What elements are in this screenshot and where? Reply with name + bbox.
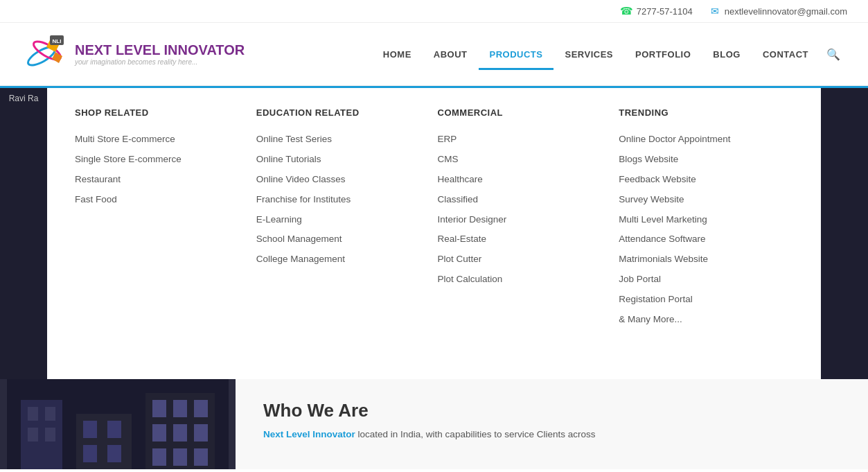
svg-rect-19 [173, 400, 187, 417]
logo-tagline: your imagination becomes reality here... [75, 58, 245, 66]
logo-title: NEXT LEVEL INNOVATOR [75, 42, 245, 58]
who-we-are-heading: Who We Are [263, 400, 840, 421]
shop-related-title: SHOP RELATED [75, 107, 249, 122]
svg-rect-16 [107, 445, 121, 462]
shop-related-items: Multi Store E-commerce Single Store E-co… [75, 133, 249, 207]
email-address: nextlevelinnovator@gmail.com [725, 6, 847, 17]
education-related-title: EDUCATION RELATED [256, 107, 431, 122]
svg-rect-9 [45, 407, 55, 421]
nav-blog[interactable]: BLOG [702, 41, 752, 68]
who-we-are-description: Next Level Innovator located in India, w… [263, 427, 840, 442]
svg-rect-24 [152, 448, 166, 466]
menu-multi-level-marketing[interactable]: Multi Level Marketing [619, 213, 793, 227]
menu-registration-portal[interactable]: Registation Portal [619, 293, 793, 306]
trending-title: TRENDING [619, 107, 793, 122]
menu-blogs-website[interactable]: Blogs Website [619, 153, 793, 166]
svg-rect-18 [152, 400, 166, 417]
dropdown-content: SHOP RELATED Multi Store E-commerce Sing… [47, 88, 821, 379]
menu-job-portal[interactable]: Job Portal [619, 273, 793, 286]
logo-graphic: NLI [21, 30, 69, 78]
who-we-are-section: Who We Are Next Level Innovator located … [236, 379, 868, 469]
logo-text-area: NEXT LEVEL INNOVATOR your imagination be… [75, 42, 245, 66]
email-icon: ✉ [709, 6, 720, 17]
phone-number: 7277-57-1104 [637, 6, 693, 17]
svg-rect-25 [173, 448, 187, 466]
menu-franchise[interactable]: Franchise for Institutes [256, 193, 431, 207]
svg-rect-14 [107, 421, 121, 438]
menu-interior-designer[interactable]: Interior Designer [438, 213, 612, 227]
logo[interactable]: NLI NEXT LEVEL INNOVATOR your imaginatio… [21, 30, 245, 78]
menu-plot-calculation[interactable]: Plot Calculation [438, 273, 612, 286]
menu-real-estate[interactable]: Real-Estate [438, 233, 612, 246]
bottom-left-image [0, 379, 236, 469]
menu-fast-food[interactable]: Fast Food [75, 193, 249, 207]
svg-rect-15 [83, 445, 97, 462]
commercial-section: COMMERCIAL ERP CMS Healthcare Classified… [438, 107, 612, 326]
phone-contact[interactable]: ☎ 7277-57-1104 [621, 6, 693, 17]
sidebar-left-text: Ravi Ra [3, 88, 44, 109]
email-contact[interactable]: ✉ nextlevelinnovator@gmail.com [709, 6, 847, 17]
menu-restaurant[interactable]: Restaurant [75, 173, 249, 186]
products-dropdown: Ravi Ra SHOP RELATED Multi Store E-comme… [0, 88, 868, 379]
menu-feedback-website[interactable]: Feedback Website [619, 173, 793, 186]
svg-rect-10 [28, 428, 38, 442]
right-sidebar-panel [821, 88, 868, 379]
education-related-section: EDUCATION RELATED Online Test Series Onl… [256, 107, 431, 326]
bottom-section: Who We Are Next Level Innovator located … [0, 379, 868, 469]
left-sidebar-panel: Ravi Ra [0, 88, 47, 379]
svg-rect-8 [28, 407, 38, 421]
svg-rect-22 [173, 424, 187, 442]
who-bold-text: We Are [308, 400, 369, 421]
trending-section: TRENDING Online Doctor Appointment Blogs… [619, 107, 793, 326]
description-text: located in India, with capabilities to s… [355, 429, 596, 439]
commercial-title: COMMERCIAL [438, 107, 612, 122]
whatsapp-icon: ☎ [621, 6, 632, 17]
menu-online-test[interactable]: Online Test Series [256, 133, 431, 146]
nav-contact[interactable]: CONTACT [752, 41, 820, 68]
menu-single-store[interactable]: Single Store E-commerce [75, 153, 249, 166]
menu-elearning[interactable]: E-Learning [256, 213, 431, 227]
menu-matrimonials[interactable]: Matrimonials Website [619, 253, 793, 266]
svg-rect-13 [83, 421, 97, 438]
nav-home[interactable]: HOME [372, 41, 423, 68]
contact-bar: ☎ 7277-57-1104 ✉ nextlevelinnovator@gmai… [0, 0, 868, 23]
menu-college-mgmt[interactable]: College Management [256, 253, 431, 266]
nav-about[interactable]: ABOUT [423, 41, 479, 68]
svg-text:NLI: NLI [53, 38, 62, 44]
menu-healthcare[interactable]: Healthcare [438, 173, 612, 186]
svg-rect-23 [194, 424, 208, 442]
company-link[interactable]: Next Level Innovator [263, 429, 355, 439]
menu-erp[interactable]: ERP [438, 133, 612, 146]
menu-classified[interactable]: Classified [438, 193, 612, 207]
svg-rect-11 [45, 428, 55, 442]
menu-survey-website[interactable]: Survey Website [619, 193, 793, 207]
menu-online-tutorials[interactable]: Online Tutorials [256, 153, 431, 166]
nav-services[interactable]: SERVICES [553, 41, 624, 68]
menu-school-mgmt[interactable]: School Management [256, 233, 431, 246]
search-icon[interactable]: 🔍 [820, 40, 847, 69]
nav-portfolio[interactable]: PORTFOLIO [624, 41, 702, 68]
header-row: NLI NEXT LEVEL INNOVATOR your imaginatio… [0, 23, 868, 86]
svg-rect-7 [21, 400, 62, 469]
main-nav: HOME ABOUT PRODUCTS SERVICES PORTFOLIO B… [372, 40, 847, 69]
menu-cms[interactable]: CMS [438, 153, 612, 166]
nav-products[interactable]: PRODUCTS [479, 41, 554, 68]
menu-online-doctor[interactable]: Online Doctor Appointment [619, 133, 793, 146]
trending-items: Online Doctor Appointment Blogs Website … [619, 133, 793, 326]
commercial-items: ERP CMS Healthcare Classified Interior D… [438, 133, 612, 286]
menu-plot-cutter[interactable]: Plot Cutter [438, 253, 612, 266]
svg-rect-20 [194, 400, 208, 417]
menu-online-video[interactable]: Online Video Classes [256, 173, 431, 186]
menu-multi-store[interactable]: Multi Store E-commerce [75, 133, 249, 146]
menu-many-more[interactable]: & Many More... [619, 313, 793, 326]
education-related-items: Online Test Series Online Tutorials Onli… [256, 133, 431, 266]
svg-rect-21 [152, 424, 166, 442]
svg-rect-26 [194, 448, 208, 466]
who-normal-text: Who [263, 400, 308, 421]
menu-attendance-software[interactable]: Attendance Software [619, 233, 793, 246]
shop-related-section: SHOP RELATED Multi Store E-commerce Sing… [75, 107, 249, 326]
